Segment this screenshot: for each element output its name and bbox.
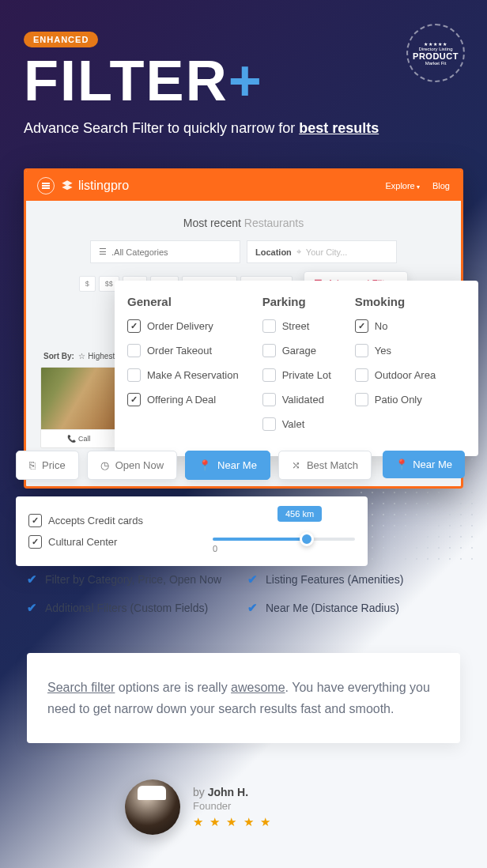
filter-group-title: General xyxy=(127,295,239,308)
slider-value-bubble: 456 km xyxy=(277,506,322,522)
filter-option[interactable]: Street xyxy=(262,319,331,333)
feature-item: ✔Additional Filters (Custom Fields) xyxy=(27,601,240,615)
filter-option[interactable]: Patio Only xyxy=(355,393,436,406)
list-icon: ☰ xyxy=(99,247,107,257)
enhanced-badge: ENHANCED xyxy=(24,32,98,47)
filter-option[interactable]: Validated xyxy=(262,393,331,406)
testimonial-author: by John H. Founder ★ ★ ★ ★ ★ xyxy=(125,779,362,835)
nav-blog[interactable]: Blog xyxy=(432,181,450,191)
filter-option[interactable]: Offering A Deal xyxy=(127,393,239,406)
checkbox-icon xyxy=(355,344,368,357)
filter-option[interactable]: Private Lot xyxy=(262,368,331,382)
checkbox-icon xyxy=(355,319,368,333)
nav-explore[interactable]: Explore xyxy=(385,181,420,191)
filter-option[interactable]: Order Delivery xyxy=(127,319,239,333)
filter-group-title: Parking xyxy=(262,295,331,308)
filter-option[interactable]: Valet xyxy=(262,417,331,431)
near-me-button[interactable]: 📍Near Me xyxy=(383,451,465,478)
check-icon: ✔ xyxy=(27,572,37,587)
checkbox-icon xyxy=(127,319,141,333)
filter-option[interactable]: Garage xyxy=(262,344,331,357)
checkbox-icon xyxy=(355,368,368,382)
filter-option[interactable]: Outdoor Area xyxy=(355,368,436,382)
feature-item: ✔Filter by Category, Price, Open Now xyxy=(27,572,240,587)
price-icon: ⎘ xyxy=(29,459,36,471)
filter-option[interactable]: Cultural Center xyxy=(28,535,197,549)
page-subtitle: Advance Search Filter to quickly narrow … xyxy=(24,120,463,137)
checkbox-icon xyxy=(355,393,368,406)
best-match-pill[interactable]: ⤭Best Match xyxy=(278,451,372,480)
advanced-filters-panel: General Order Delivery Order Takeout Mak… xyxy=(115,281,478,456)
filter-option[interactable]: No xyxy=(355,319,436,333)
filter-option[interactable]: Make A Reservation xyxy=(127,368,239,382)
logo-icon xyxy=(61,179,74,192)
check-icon: ✔ xyxy=(247,601,258,615)
page-title: FILTER+ xyxy=(24,52,463,109)
product-seal-badge: ★★★★★ Directory Listing PRODUCT Market F… xyxy=(406,24,465,82)
checkbox-icon xyxy=(28,514,42,527)
app-logo-text: listingpro xyxy=(78,179,129,193)
open-now-pill[interactable]: ◷Open Now xyxy=(87,451,177,480)
filter-option[interactable]: Order Takeout xyxy=(127,344,239,357)
distance-slider[interactable]: 456 km 0 xyxy=(213,509,355,553)
check-icon: ✔ xyxy=(247,572,258,587)
price-chip[interactable]: $ xyxy=(79,276,96,292)
listing-card[interactable]: 📞 Call xyxy=(40,367,118,448)
shuffle-icon: ⤭ xyxy=(292,459,300,471)
clock-icon: ◷ xyxy=(100,459,109,471)
category-select[interactable]: ☰ .All Categories xyxy=(90,240,240,263)
checkbox-icon xyxy=(262,368,276,382)
section-heading: Most recent Restaurants xyxy=(40,217,447,229)
filter-group-title: Smoking xyxy=(355,295,436,308)
slider-min-label: 0 xyxy=(213,544,355,553)
location-input[interactable]: Location ⌖ Your City... xyxy=(247,240,397,263)
menu-icon[interactable] xyxy=(37,177,55,194)
star-rating: ★ ★ ★ ★ ★ xyxy=(193,815,272,829)
crosshair-icon: ⌖ xyxy=(296,247,301,257)
app-topbar: listingpro Explore Blog xyxy=(26,171,461,201)
secondary-filters-panel: Accepts Credit cards Cultural Center 456… xyxy=(16,496,368,566)
avatar xyxy=(125,779,180,835)
price-filter-pill[interactable]: ⎘Price xyxy=(16,451,79,480)
slider-thumb[interactable] xyxy=(300,532,314,546)
near-me-pill[interactable]: 📍Near Me xyxy=(185,451,270,480)
check-icon: ✔ xyxy=(27,601,37,615)
checkbox-icon xyxy=(262,344,276,357)
pin-icon: 📍 xyxy=(198,459,211,471)
checkbox-icon xyxy=(28,535,42,549)
checkbox-icon xyxy=(127,368,141,382)
checkbox-icon xyxy=(262,319,276,333)
feature-item: ✔Listing Features (Amenities) xyxy=(247,572,460,587)
filter-option[interactable]: Yes xyxy=(355,344,436,357)
checkbox-icon xyxy=(262,417,276,431)
checkbox-icon xyxy=(127,344,141,357)
call-button[interactable]: 📞 Call xyxy=(41,429,117,447)
pin-icon: 📍 xyxy=(395,459,408,470)
checkbox-icon xyxy=(127,393,141,406)
listing-thumbnail xyxy=(41,368,117,429)
checkbox-icon xyxy=(262,393,276,406)
testimonial-card: Search filter options are is really awes… xyxy=(27,653,460,743)
feature-item: ✔Near Me (Distance Radius) xyxy=(247,601,460,615)
filter-option[interactable]: Accepts Credit cards xyxy=(28,514,197,527)
